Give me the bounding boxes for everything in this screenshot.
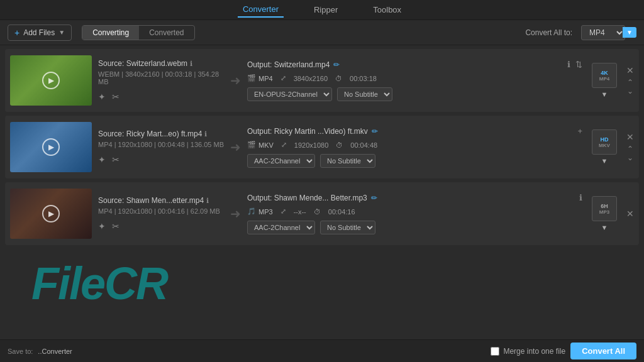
info-icon[interactable]: ℹ (206, 197, 209, 205)
effect-icon[interactable]: ✦ (98, 221, 106, 231)
close-icon[interactable]: ✕ (626, 209, 634, 219)
file-info: Source: Shawn Men...etter.mp4 ℹ MP4 | 19… (98, 196, 224, 231)
file-actions: ✦ ✂ (98, 92, 224, 102)
merge-checkbox[interactable] (491, 347, 499, 356)
output-resolution: 1920x1080 (294, 141, 328, 149)
audio-select[interactable]: EN-OPUS-2Channel (247, 87, 332, 101)
music-icon: 🎵 (247, 207, 256, 216)
edit-icon[interactable]: ✏ (372, 127, 378, 136)
effect-icon[interactable]: ✦ (98, 155, 106, 165)
output-name: Output: Ricky Martin ...Video) ft.mkv (247, 127, 368, 136)
play-button[interactable]: ▶ (42, 72, 60, 89)
thumbnail[interactable]: ▶ (10, 55, 92, 106)
format-tag: 🎬 MP4 (247, 74, 273, 82)
effect-icon[interactable]: ✦ (98, 92, 106, 102)
nav-tab-toolbox[interactable]: Toolbox (368, 3, 406, 17)
output-section: Output: Ricky Martin ...Video) ft.mkv ✏ … (247, 126, 582, 168)
quality-badge[interactable]: 6H MP3 (592, 196, 617, 221)
file-list: ▶ Source: Switzerland.webm ℹ WEBM | 3840… (0, 45, 644, 339)
close-section: ✕ ⌃⌄ (626, 65, 634, 96)
output-details: 🎬 MP4 ⤢ 3840x2160 ⏱ 00:03:18 (247, 74, 582, 82)
info-circle-icon[interactable]: ℹ (567, 60, 570, 69)
convert-all-to-label: Convert All to: (525, 28, 572, 37)
play-button[interactable]: ▶ (42, 138, 60, 156)
swap-icon[interactable]: ⇅ (575, 60, 582, 69)
nav-tab-ripper[interactable]: Ripper (309, 3, 343, 17)
cut-icon[interactable]: ✂ (112, 92, 119, 102)
subtitle-select[interactable]: No Subtitle (320, 221, 375, 234)
info-circle-icon[interactable]: ℹ (579, 193, 582, 202)
quality-badge-section: 4K MP4 ▼ (589, 63, 620, 98)
output-selects: AAC-2Channel No Subtitle (247, 154, 582, 168)
info-icon[interactable]: ℹ (204, 130, 207, 138)
expand-icon[interactable]: ⌃⌄ (627, 145, 633, 162)
file-row: ▶ Source: Switzerland.webm ℹ WEBM | 3840… (5, 49, 639, 112)
format-select-input[interactable]: MP4 MKV AVI MP3 (581, 25, 625, 40)
converted-tab[interactable]: Converted (139, 26, 194, 40)
convert-all-button[interactable]: Convert All (570, 343, 636, 359)
top-navigation: Converter Ripper Toolbox (0, 0, 644, 20)
resolution-icon: ⤢ (281, 141, 287, 149)
quality-badge-section: HD MKV ▼ (589, 129, 620, 165)
clock-icon: ⏱ (336, 141, 343, 149)
add-files-button[interactable]: + Add Files ▼ (8, 25, 72, 41)
cut-icon[interactable]: ✂ (112, 155, 119, 165)
subtitle-select[interactable]: No Subtitle (337, 87, 392, 101)
file-actions: ✦ ✂ (98, 155, 224, 165)
add-icon[interactable]: + (577, 126, 582, 136)
resolution-icon: ⤢ (280, 74, 286, 82)
output-header: Output: Shawn Mende... Better.mp3 ✏ ℹ (247, 193, 582, 202)
close-icon[interactable]: ✕ (626, 65, 634, 75)
format-selector[interactable]: MP4 MKV AVI MP3 ▼ (581, 25, 636, 40)
thumbnail[interactable]: ▶ (10, 122, 92, 172)
plus-icon: + (14, 28, 19, 38)
converting-tab[interactable]: Converting (82, 26, 139, 40)
close-icon[interactable]: ✕ (626, 132, 634, 142)
nav-tab-converter[interactable]: Converter (238, 2, 284, 18)
file-info: Source: Switzerland.webm ℹ WEBM | 3840x2… (98, 59, 224, 102)
save-path: ..Converter (38, 348, 486, 355)
file-icon: 🎬 (247, 141, 256, 149)
output-resolution: --x-- (294, 208, 306, 216)
source-label: Source: Ricky Mart...eo) ft.mp4 ℹ (98, 129, 224, 138)
output-selects: AAC-2Channel No Subtitle (247, 221, 582, 234)
badge-dropdown-icon[interactable]: ▼ (601, 157, 608, 165)
expand-icon[interactable]: ⌃⌄ (627, 78, 633, 96)
output-header-icons: ℹ ⇅ (567, 60, 582, 69)
info-icon[interactable]: ℹ (190, 60, 192, 68)
output-header: Output: Switzerland.mp4 ✏ ℹ ⇅ (247, 60, 582, 69)
add-files-label: Add Files (23, 28, 55, 37)
source-label: Source: Shawn Men...etter.mp4 ℹ (98, 196, 224, 205)
clock-icon: ⏱ (314, 208, 321, 216)
quality-badge[interactable]: 4K MP4 (592, 63, 617, 88)
output-duration: 00:04:16 (328, 208, 355, 216)
audio-select[interactable]: AAC-2Channel (247, 221, 315, 234)
edit-icon[interactable]: ✏ (333, 60, 340, 69)
format-tag: 🎵 MP3 (247, 207, 273, 216)
quality-badge[interactable]: HD MKV (592, 129, 617, 155)
file-meta: MP4 | 1920x1080 | 00:04:48 | 136.05 MB (98, 141, 224, 148)
merge-label-text: Merge into one file (503, 347, 565, 356)
output-selects: EN-OPUS-2Channel No Subtitle (247, 87, 582, 101)
quality-badge-section: 6H MP3 ▼ (589, 196, 620, 231)
thumbnail[interactable]: ▶ (10, 189, 92, 239)
badge-dropdown-icon[interactable]: ▼ (601, 90, 608, 98)
audio-select[interactable]: AAC-2Channel (247, 154, 315, 168)
format-select-arrow-icon[interactable]: ▼ (623, 27, 636, 38)
badge-dropdown-icon[interactable]: ▼ (601, 224, 608, 231)
subtitle-select[interactable]: No Subtitle (320, 154, 375, 168)
merge-checkbox-group: Merge into one file (491, 347, 565, 356)
output-details: 🎵 MP3 ⤢ --x-- ⏱ 00:04:16 (247, 207, 582, 216)
output-name: Output: Switzerland.mp4 (247, 60, 330, 69)
close-section: ✕ ⌃⌄ (626, 132, 634, 162)
file-info: Source: Ricky Mart...eo) ft.mp4 ℹ MP4 | … (98, 129, 224, 165)
save-to-label: Save to: (8, 348, 33, 355)
edit-icon[interactable]: ✏ (371, 194, 377, 202)
cut-icon[interactable]: ✂ (112, 221, 119, 231)
clock-icon: ⏱ (335, 75, 342, 82)
file-icon: 🎬 (247, 74, 256, 82)
output-section: Output: Shawn Mende... Better.mp3 ✏ ℹ 🎵 … (247, 193, 582, 234)
file-meta: WEBM | 3840x2160 | 00:03:18 | 354.28 MB (98, 70, 224, 85)
play-button[interactable]: ▶ (42, 205, 60, 222)
output-name: Output: Shawn Mende... Better.mp3 (247, 194, 367, 202)
